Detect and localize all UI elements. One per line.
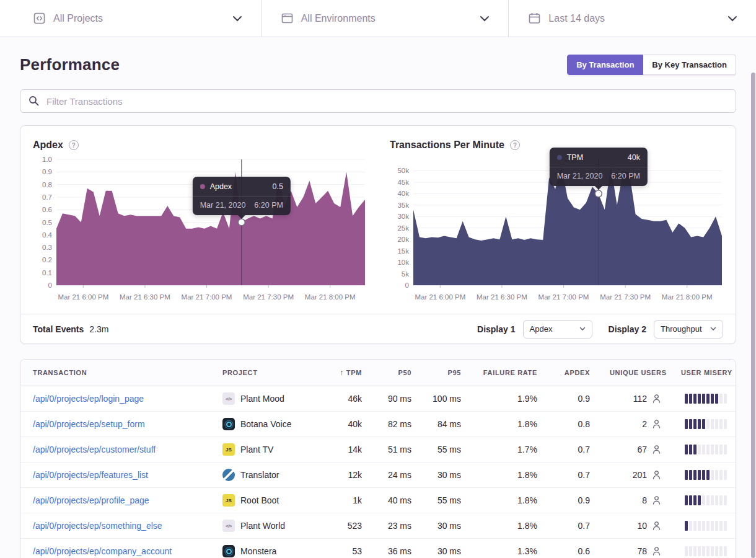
misery-bar-segment bbox=[702, 521, 705, 531]
col-p50[interactable]: P50 bbox=[372, 360, 421, 386]
project-name: Root Boot bbox=[240, 495, 279, 505]
misery-bar-segment bbox=[685, 521, 688, 531]
table-row: /api/0/projects/ep/setup_formBotana Voic… bbox=[20, 412, 736, 437]
misery-bar-segment bbox=[702, 419, 705, 429]
transaction-link[interactable]: /api/0/projects/ep/login_page bbox=[33, 394, 144, 404]
chevron-down-icon bbox=[710, 327, 716, 331]
project-filter-dropdown[interactable]: All Projects bbox=[0, 0, 261, 37]
col-apdex[interactable]: APDEX bbox=[547, 360, 600, 386]
total-events-value: 2.3m bbox=[89, 324, 108, 334]
misery-bar-segment bbox=[724, 445, 727, 454]
calendar-icon bbox=[529, 12, 540, 24]
tpm-chart-section: Transactions Per Minute ? 50k45k40k35k30… bbox=[390, 136, 724, 308]
misery-bar-segment bbox=[702, 445, 705, 454]
failure-rate-value: 1.8% bbox=[471, 412, 547, 437]
svg-text:0.2: 0.2 bbox=[42, 256, 52, 264]
user-misery-bar bbox=[681, 521, 727, 531]
unique-users-value: 67 bbox=[637, 445, 647, 454]
global-filter-bar: All Projects All Environments Last 14 da… bbox=[0, 0, 756, 37]
tpm-value: 1k bbox=[315, 488, 372, 513]
display1-select[interactable]: Apdex bbox=[523, 320, 592, 339]
help-icon[interactable]: ? bbox=[69, 140, 79, 150]
p95-value: 55 ms bbox=[421, 437, 471, 463]
misery-bar-segment bbox=[719, 394, 723, 404]
display2-select[interactable]: Throughput bbox=[654, 320, 723, 339]
col-failure-rate[interactable]: FAILURE RATE bbox=[471, 360, 547, 386]
environment-filter-dropdown[interactable]: All Environments bbox=[261, 0, 509, 37]
user-icon bbox=[652, 470, 661, 480]
misery-bar-segment bbox=[706, 546, 710, 556]
user-icon bbox=[652, 546, 661, 556]
misery-bar-segment bbox=[689, 445, 692, 454]
table-body: /api/0/projects/ep/login_page</>Plant Mo… bbox=[20, 386, 736, 558]
misery-bar-segment bbox=[715, 521, 718, 531]
transaction-link[interactable]: /api/0/projects/ep/customer/stuff bbox=[33, 445, 156, 454]
misery-bar-segment bbox=[685, 419, 688, 429]
by-key-transaction-button[interactable]: By Key Transaction bbox=[643, 55, 736, 75]
misery-bar-segment bbox=[719, 445, 723, 454]
misery-bar-segment bbox=[715, 419, 718, 429]
misery-bar-segment bbox=[689, 394, 692, 404]
unique-users-value: 8 bbox=[642, 495, 647, 505]
transaction-link[interactable]: /api/0/projects/ep/setup_form bbox=[33, 419, 145, 429]
by-transaction-button[interactable]: By Transaction bbox=[567, 55, 643, 75]
user-misery-bar bbox=[681, 495, 727, 505]
misery-bar-segment bbox=[724, 394, 727, 404]
display1-value: Apdex bbox=[530, 324, 579, 334]
svg-text:20k: 20k bbox=[397, 236, 409, 243]
project-name: Botana Voice bbox=[240, 419, 292, 429]
vertical-scrollbar[interactable] bbox=[751, 73, 755, 558]
misery-bar-segment bbox=[706, 445, 710, 454]
transaction-link[interactable]: /api/0/projects/ep/company_account bbox=[33, 546, 172, 556]
misery-bar-segment bbox=[711, 419, 714, 429]
misery-bar-segment bbox=[711, 445, 714, 454]
col-user-misery[interactable]: USER MISERY bbox=[671, 360, 736, 386]
misery-bar-segment bbox=[693, 470, 697, 480]
misery-bar-segment bbox=[702, 495, 705, 505]
transaction-link[interactable]: /api/0/projects/ep/profile_page bbox=[33, 495, 149, 505]
total-events: Total Events 2.3m bbox=[33, 324, 108, 334]
help-icon[interactable]: ? bbox=[510, 140, 520, 150]
col-p95[interactable]: P95 bbox=[421, 360, 471, 386]
user-misery-bar bbox=[681, 546, 727, 556]
apdex-value: 0.7 bbox=[547, 437, 600, 463]
apdex-chart[interactable]: 1.00.90.80.70.60.50.40.30.20.10Mar 21 6:… bbox=[33, 153, 367, 308]
col-tpm[interactable]: ↑TPM bbox=[315, 360, 372, 386]
misery-bar-segment bbox=[702, 546, 705, 556]
date-range-filter-dropdown[interactable]: Last 14 days bbox=[508, 0, 756, 37]
platform-javascript-icon: JS bbox=[222, 443, 235, 456]
svg-text:Mar 21 7:00 PM: Mar 21 7:00 PM bbox=[538, 293, 589, 301]
misery-bar-segment bbox=[689, 546, 692, 556]
transaction-link[interactable]: /api/0/projects/ep/features_list bbox=[33, 470, 148, 480]
tpm-chart[interactable]: 50k45k40k35k30k25k20k15k10k5k0Mar 21 6:0… bbox=[390, 153, 724, 308]
unique-users-value: 2 bbox=[642, 419, 647, 429]
svg-text:30k: 30k bbox=[397, 213, 409, 220]
failure-rate-value: 1.8% bbox=[471, 513, 547, 539]
col-transaction[interactable]: TRANSACTION bbox=[20, 360, 213, 386]
transaction-link[interactable]: /api/0/projects/ep/something_else bbox=[33, 521, 162, 531]
failure-rate-value: 1.3% bbox=[471, 539, 547, 558]
svg-text:0.5: 0.5 bbox=[42, 219, 52, 226]
user-misery-bar bbox=[681, 445, 727, 454]
misery-bar-segment bbox=[693, 546, 697, 556]
svg-text:35k: 35k bbox=[397, 202, 409, 209]
project-name: Plant TV bbox=[240, 445, 273, 454]
table-row: /api/0/projects/ep/customer/stuffJSPlant… bbox=[20, 437, 736, 463]
p50-value: 82 ms bbox=[372, 412, 421, 437]
p95-value: 84 ms bbox=[421, 412, 471, 437]
search-input[interactable] bbox=[20, 89, 736, 113]
col-unique-users[interactable]: UNIQUE USERS bbox=[600, 360, 671, 386]
unique-users-value: 78 bbox=[637, 546, 647, 556]
col-project[interactable]: PROJECT bbox=[213, 360, 315, 386]
misery-bar-segment bbox=[698, 470, 701, 480]
misery-bar-segment bbox=[693, 394, 697, 404]
misery-bar-segment bbox=[689, 470, 692, 480]
unique-users-value: 201 bbox=[633, 470, 647, 480]
misery-bar-segment bbox=[693, 495, 697, 505]
charts-panel: Apdex ? 1.00.90.80.70.60.50.40.30.20.10M… bbox=[20, 125, 736, 344]
p95-value: 30 ms bbox=[421, 463, 471, 488]
svg-text:50k: 50k bbox=[397, 167, 409, 174]
misery-bar-segment bbox=[698, 419, 701, 429]
user-icon bbox=[652, 495, 661, 505]
misery-bar-segment bbox=[715, 546, 718, 556]
